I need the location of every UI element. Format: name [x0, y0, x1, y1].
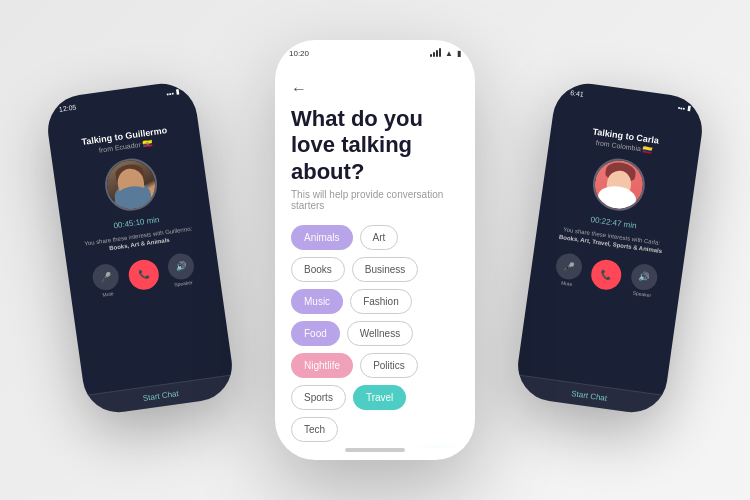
tag-sports[interactable]: Sports — [291, 385, 346, 410]
right-battery-icon: ▮ — [687, 104, 692, 112]
tag-fashion[interactable]: Fashion — [350, 289, 412, 314]
tag-wellness[interactable]: Wellness — [347, 321, 413, 346]
tag-nightlife[interactable]: Nightlife — [291, 353, 353, 378]
right-mute-btn[interactable]: 🎤 — [554, 251, 583, 280]
left-content: Talking to Guillermo from Ecuador 🇪🇨 00:… — [48, 111, 234, 395]
left-phone: 12:05 ▪▪▪ ▮ Talking to Guillermo from Ec… — [43, 79, 236, 417]
scene: 12:05 ▪▪▪ ▮ Talking to Guillermo from Ec… — [0, 0, 750, 500]
wifi-icon: ▲ — [445, 49, 453, 58]
left-timer: 00:45:10 min — [113, 215, 160, 230]
right-speaker-btn[interactable]: 🔊 — [630, 262, 659, 291]
left-end-item: 📞 — [127, 258, 161, 292]
tag-tech[interactable]: Tech — [291, 417, 338, 442]
left-avatar — [102, 155, 161, 214]
right-end-call-btn[interactable]: 📞 — [589, 258, 623, 292]
left-speaker-label: Speaker — [174, 279, 193, 288]
left-start-chat-label: Start Chat — [142, 389, 179, 403]
right-start-chat-label: Start Chat — [571, 389, 608, 403]
center-battery-icon: ▮ — [457, 49, 461, 58]
left-status-icons: ▪▪▪ ▮ — [166, 88, 180, 98]
right-avatar — [590, 155, 649, 214]
tag-food[interactable]: Food — [291, 321, 340, 346]
tag-art[interactable]: Art — [360, 225, 399, 250]
tag-books[interactable]: Books — [291, 257, 345, 282]
tag-music[interactable]: Music — [291, 289, 343, 314]
left-mute-btn[interactable]: 🎤 — [91, 262, 120, 291]
left-time: 12:05 — [58, 103, 76, 112]
center-content: ← What do you love talking about? This w… — [275, 76, 475, 448]
right-controls: 🎤 Mute 📞 🔊 Speaker — [553, 251, 659, 298]
signal-dots — [430, 49, 441, 57]
left-controls: 🎤 Mute 📞 🔊 Speaker — [91, 251, 197, 298]
right-phone: 6:41 ▪▪▪ ▮ Talking to Carla from Colombi… — [513, 79, 706, 417]
center-title: What do you love talking about? — [291, 106, 459, 185]
signal-icon: ▪▪▪ — [166, 89, 174, 97]
center-home-indicator — [345, 448, 405, 452]
center-status-icons: ▲ ▮ — [430, 49, 461, 58]
right-speaker-item: 🔊 Speaker — [629, 262, 659, 298]
center-status-bar: 10:20 ▲ ▮ — [275, 40, 475, 62]
left-end-call-btn[interactable]: 📞 — [127, 258, 161, 292]
right-share-text: You share these interests with Carla: Bo… — [558, 226, 663, 256]
back-button[interactable]: ← — [291, 76, 459, 100]
tag-business[interactable]: Business — [352, 257, 419, 282]
right-time: 6:41 — [570, 88, 584, 97]
right-signal-icon: ▪▪▪ — [677, 104, 685, 112]
left-mute-label: Mute — [102, 290, 114, 297]
battery-icon: ▮ — [175, 88, 180, 96]
right-mute-item: 🎤 Mute — [553, 251, 583, 287]
tag-travel[interactable]: Travel — [353, 385, 406, 410]
left-speaker-item: 🔊 Speaker — [166, 251, 196, 287]
right-timer: 00:22:47 min — [590, 215, 637, 230]
right-avatar-body — [597, 184, 638, 211]
center-notch — [345, 62, 405, 76]
right-flag: 🇨🇴 — [642, 145, 653, 155]
left-flag: 🇪🇨 — [142, 138, 153, 148]
left-speaker-btn[interactable]: 🔊 — [166, 251, 195, 280]
tag-politics[interactable]: Politics — [360, 353, 418, 378]
left-mute-item: 🎤 Mute — [91, 262, 121, 298]
right-end-item: 📞 — [589, 258, 623, 292]
right-status-icons: ▪▪▪ ▮ — [677, 103, 691, 113]
center-phone: 10:20 ▲ ▮ ← What do you love talking abo… — [275, 40, 475, 460]
center-subtitle: This will help provide conversation star… — [291, 189, 459, 211]
right-mute-label: Mute — [561, 279, 573, 286]
left-share-text: You share these interests with Guillermo… — [84, 226, 194, 257]
center-time: 10:20 — [289, 49, 309, 58]
tags-container: AnimalsArtBooksBusinessMusicFashionFoodW… — [291, 225, 459, 442]
right-content: Talking to Carla from Colombia 🇨🇴 00:22:… — [517, 111, 703, 395]
right-speaker-label: Speaker — [632, 289, 651, 298]
tag-animals[interactable]: Animals — [291, 225, 353, 250]
